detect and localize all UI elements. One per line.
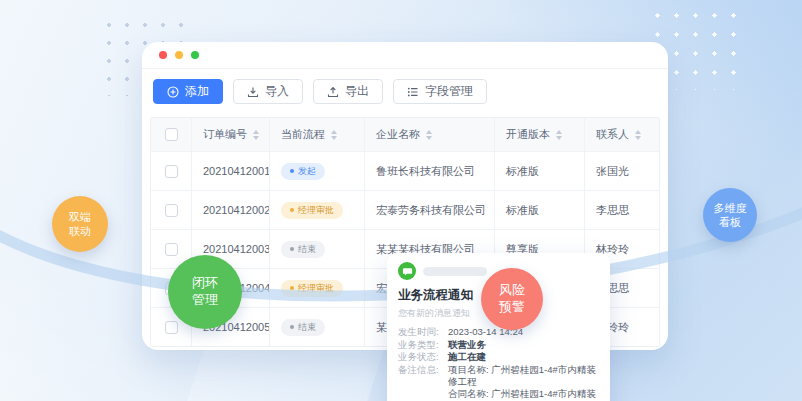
field-manage-button[interactable]: 字段管理 bbox=[393, 79, 487, 104]
badge-multidim-board: 多维度 看板 bbox=[703, 188, 757, 242]
status-badge-label: 发起 bbox=[298, 165, 316, 178]
order-number-cell: 20210412001 bbox=[191, 152, 269, 190]
status-badge-label: 结束 bbox=[298, 321, 316, 334]
version-cell-text: 标准版 bbox=[506, 203, 539, 218]
export-button[interactable]: 导出 bbox=[313, 79, 383, 104]
badge-line: 闭环 bbox=[192, 275, 218, 292]
column-header-label: 企业名称 bbox=[376, 127, 420, 142]
row-checkbox[interactable] bbox=[165, 204, 178, 217]
list-settings-icon bbox=[407, 86, 419, 98]
table-header: 订单编号当前流程企业名称开通版本联系人 bbox=[151, 118, 659, 151]
row-checkbox[interactable] bbox=[165, 243, 178, 256]
version-cell-text: 标准版 bbox=[506, 164, 539, 179]
toolbar: 添加 导入 导出 字段管理 bbox=[142, 69, 668, 104]
status-badge-label: 结束 bbox=[298, 243, 316, 256]
status-badge: 经理审批 bbox=[281, 280, 343, 297]
notification-field: 发生时间:2023-03-14 14:24 bbox=[398, 326, 599, 339]
add-button-label: 添加 bbox=[185, 83, 209, 100]
remark-label: 备注信息: bbox=[398, 364, 448, 401]
status-badge: 发起 bbox=[281, 163, 325, 180]
status-badge: 结束 bbox=[281, 319, 325, 336]
notification-field: 业务类型:联营业务 bbox=[398, 339, 599, 352]
field-label: 业务类型: bbox=[398, 339, 448, 352]
column-header-label: 订单编号 bbox=[203, 127, 247, 142]
window-titlebar bbox=[142, 42, 668, 69]
badge-line: 双端 bbox=[69, 210, 91, 224]
badge-line: 预警 bbox=[499, 299, 525, 316]
badge-closed-loop: 闭环 管理 bbox=[168, 255, 242, 329]
badge-line: 风险 bbox=[499, 282, 525, 299]
sort-icon[interactable] bbox=[635, 130, 641, 140]
company-cell: 宏泰劳务科技有限公司 bbox=[364, 191, 494, 229]
order-number-cell: 20210412002 bbox=[191, 191, 269, 229]
remark-line: 合同名称: 广州碧桂园1-4#市内精装修工程龙骨采购合同 bbox=[448, 388, 599, 401]
company-cell-text: 宏泰劳务科技有限公司 bbox=[376, 203, 486, 218]
badge-line: 联动 bbox=[69, 224, 91, 238]
order-number-cell-text: 20210412003 bbox=[203, 243, 269, 255]
sort-icon[interactable] bbox=[556, 130, 562, 140]
column-header-label: 开通版本 bbox=[506, 127, 550, 142]
contact-cell-text: 张国光 bbox=[596, 164, 629, 179]
sort-icon[interactable] bbox=[426, 130, 432, 140]
status-cell: 结束 bbox=[269, 308, 364, 346]
status-badge: 结束 bbox=[281, 241, 325, 258]
notification-field: 业务状态:施工在建 bbox=[398, 351, 599, 364]
field-value: 施工在建 bbox=[448, 351, 486, 364]
import-button[interactable]: 导入 bbox=[233, 79, 303, 104]
status-cell: 经理审批 bbox=[269, 269, 364, 307]
order-number-cell-text: 20210412002 bbox=[203, 204, 269, 216]
add-button[interactable]: 添加 bbox=[153, 79, 223, 104]
column-header[interactable]: 企业名称 bbox=[364, 118, 494, 151]
status-badge-label: 经理审批 bbox=[298, 282, 334, 295]
status-badge: 经理审批 bbox=[281, 202, 343, 219]
status-cell: 发起 bbox=[269, 152, 364, 190]
contact-cell: 李思思 bbox=[584, 191, 659, 229]
upload-icon bbox=[327, 86, 339, 98]
order-number-cell-text: 20210412001 bbox=[203, 165, 269, 177]
window-close-dot[interactable] bbox=[159, 51, 167, 59]
row-checkbox[interactable] bbox=[165, 165, 178, 178]
badge-dual-linkage: 双端 联动 bbox=[52, 196, 108, 252]
column-header-label: 当前流程 bbox=[281, 127, 325, 142]
select-all-checkbox[interactable] bbox=[165, 128, 178, 141]
marketing-scene: 添加 导入 导出 字段管理 订单编号当前流程企 bbox=[0, 0, 802, 401]
status-cell: 经理审批 bbox=[269, 191, 364, 229]
notification-fields: 发生时间:2023-03-14 14:24业务类型:联营业务业务状态:施工在建 bbox=[398, 326, 599, 364]
badge-risk-alert: 风险 预警 bbox=[481, 268, 543, 330]
column-header-label: 联系人 bbox=[596, 127, 629, 142]
table-row: 20210412001发起鲁班长科技有限公司标准版张国光 bbox=[151, 151, 659, 190]
notification-remark: 备注信息: 项目名称: 广州碧桂园1-4#市内精装修工程合同名称: 广州碧桂园1… bbox=[398, 364, 599, 401]
field-label: 发生时间: bbox=[398, 326, 448, 339]
row-checkbox[interactable] bbox=[165, 321, 178, 334]
window-maximize-dot[interactable] bbox=[191, 51, 199, 59]
export-button-label: 导出 bbox=[345, 83, 369, 100]
version-cell: 标准版 bbox=[494, 191, 584, 229]
contact-cell: 张国光 bbox=[584, 152, 659, 190]
table-row: 20210412002经理审批宏泰劳务科技有限公司标准版李思思 bbox=[151, 190, 659, 229]
version-cell: 标准版 bbox=[494, 152, 584, 190]
company-cell-text: 鲁班长科技有限公司 bbox=[376, 164, 475, 179]
status-cell: 结束 bbox=[269, 230, 364, 268]
field-value: 联营业务 bbox=[448, 339, 486, 352]
badge-line: 看板 bbox=[719, 215, 741, 229]
status-badge-label: 经理审批 bbox=[298, 204, 334, 217]
field-manage-button-label: 字段管理 bbox=[425, 83, 473, 100]
download-icon bbox=[247, 86, 259, 98]
column-header[interactable]: 订单编号 bbox=[191, 118, 269, 151]
window-minimize-dot[interactable] bbox=[175, 51, 183, 59]
column-header[interactable]: 联系人 bbox=[584, 118, 659, 151]
import-button-label: 导入 bbox=[265, 83, 289, 100]
wechat-chat-icon bbox=[398, 262, 416, 280]
remark-lines: 项目名称: 广州碧桂园1-4#市内精装修工程合同名称: 广州碧桂园1-4#市内精… bbox=[448, 364, 599, 401]
plus-circle-icon bbox=[167, 86, 179, 98]
contact-cell-text: 李思思 bbox=[596, 203, 629, 218]
redacted-sender-bar bbox=[423, 267, 487, 276]
column-header[interactable]: 开通版本 bbox=[494, 118, 584, 151]
column-header[interactable]: 当前流程 bbox=[269, 118, 364, 151]
company-cell: 鲁班长科技有限公司 bbox=[364, 152, 494, 190]
sort-icon[interactable] bbox=[253, 130, 259, 140]
remark-line: 项目名称: 广州碧桂园1-4#市内精装修工程 bbox=[448, 364, 599, 388]
badge-line: 管理 bbox=[192, 292, 218, 309]
sort-icon[interactable] bbox=[331, 130, 337, 140]
field-label: 业务状态: bbox=[398, 351, 448, 364]
